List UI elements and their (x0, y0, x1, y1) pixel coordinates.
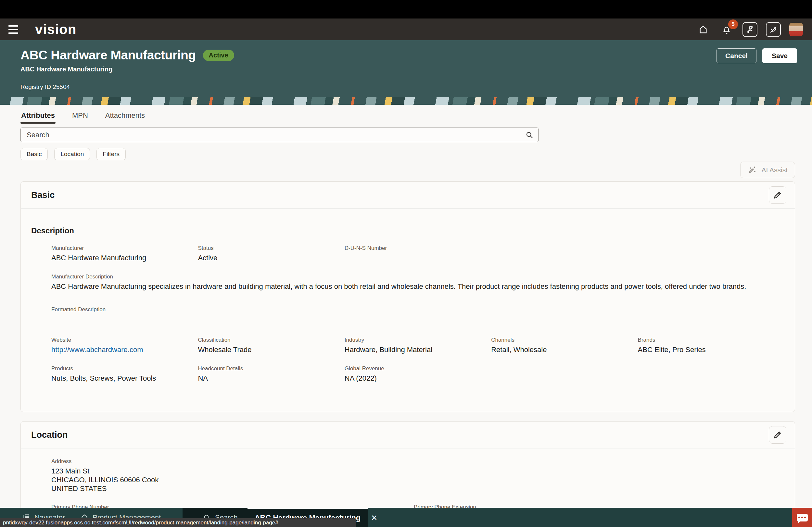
field-headcount: Headcount Details NA (198, 365, 344, 383)
field-global-revenue: Global Revenue NA (2022) (345, 365, 491, 383)
search-input[interactable] (20, 127, 538, 142)
cancel-button[interactable]: Cancel (716, 48, 756, 63)
chat-launcher-button[interactable] (792, 508, 812, 527)
page-title: ABC Hardware Manufacturing (20, 48, 196, 62)
basic-card: Basic Description Manufacturer ABC Hardw… (20, 181, 795, 412)
basic-card-title: Basic (31, 190, 55, 200)
ai-assist-label: AI Assist (761, 166, 788, 174)
page-subtitle: ABC Hardware Manufacturing (20, 65, 812, 73)
field-classification: Classification Wholesale Trade (198, 337, 344, 355)
tab-attributes[interactable]: Attributes (20, 109, 56, 124)
magic-wand-icon (748, 165, 757, 175)
field-manufacturer-description: Manufacturer Description ABC Hardware Ma… (51, 274, 784, 291)
screen: vision 5 (0, 0, 812, 527)
field-formatted-description: Formatted Description (51, 306, 784, 313)
chip-basic[interactable]: Basic (20, 148, 48, 160)
edit-location-button[interactable] (769, 426, 786, 443)
status-url-tooltip: pntidxwqy-dev22.fusionapps.ocs.oc-test.c… (0, 518, 356, 527)
voice-off-icon (768, 25, 778, 34)
tab-mpn[interactable]: MPN (71, 109, 89, 124)
app-bar: vision 5 (0, 18, 812, 40)
attribute-search (20, 127, 538, 142)
address-line-3: UNITED STATES (51, 484, 784, 493)
app-logo: vision (35, 23, 76, 36)
record-header: ABC Hardware Manufacturing Active ABC Ha… (0, 40, 812, 97)
appbar-actions: 5 (696, 22, 803, 37)
status-badge: Active (203, 50, 234, 61)
save-button[interactable]: Save (762, 48, 797, 63)
close-icon[interactable]: ✕ (369, 514, 379, 522)
tab-bar: Attributes MPN Attachments (20, 105, 812, 124)
field-status: Status Active (198, 245, 344, 262)
chip-location[interactable]: Location (54, 148, 90, 160)
home-button[interactable] (696, 22, 711, 37)
impersonation-toggle-button[interactable] (742, 22, 757, 37)
field-brands: Brands ABC Elite, Pro Series (638, 337, 784, 355)
voice-assistant-toggle-button[interactable] (766, 22, 781, 37)
field-duns-number: D-U-N-S Number (345, 245, 491, 262)
person-slash-icon (745, 25, 755, 34)
notifications-button[interactable]: 5 (719, 22, 734, 37)
section-chips: Basic Location Filters (20, 148, 812, 160)
address-line-2: CHICAGO, ILLINOIS 60606 Cook (51, 476, 784, 484)
user-avatar[interactable] (789, 23, 803, 36)
search-icon[interactable] (525, 131, 534, 139)
chat-bubble-icon (797, 514, 808, 522)
tab-attachments[interactable]: Attachments (105, 109, 145, 124)
edit-pencil-icon (773, 190, 782, 200)
field-website: Website http://www.abchardware.com (51, 337, 198, 355)
decorative-pattern-strip (0, 97, 812, 105)
chip-filters[interactable]: Filters (97, 148, 126, 160)
home-icon (698, 24, 708, 35)
field-products: Products Nuts, Bolts, Screws, Power Tool… (51, 365, 198, 383)
notification-badge: 5 (728, 19, 738, 29)
field-industry: Industry Hardware, Building Material (345, 337, 491, 355)
edit-pencil-icon (773, 430, 782, 440)
field-channels: Channels Retail, Wholesale (491, 337, 638, 355)
website-link[interactable]: http://www.abchardware.com (51, 346, 143, 354)
field-address: Address 123 Main St CHICAGO, ILLINOIS 60… (51, 458, 784, 493)
address-line-1: 123 Main St (51, 467, 784, 476)
edit-basic-button[interactable] (769, 186, 786, 204)
registry-id: Registry ID 25504 (20, 84, 812, 91)
top-black-strip (0, 0, 812, 18)
description-section-title: Description (31, 226, 784, 235)
main-content: Attributes MPN Attachments Basic Locatio… (0, 105, 812, 527)
ai-assist-button[interactable]: AI Assist (740, 162, 795, 178)
field-manufacturer: Manufacturer ABC Hardware Manufacturing (51, 245, 198, 262)
location-card-title: Location (31, 430, 68, 440)
hamburger-icon[interactable] (9, 22, 23, 37)
